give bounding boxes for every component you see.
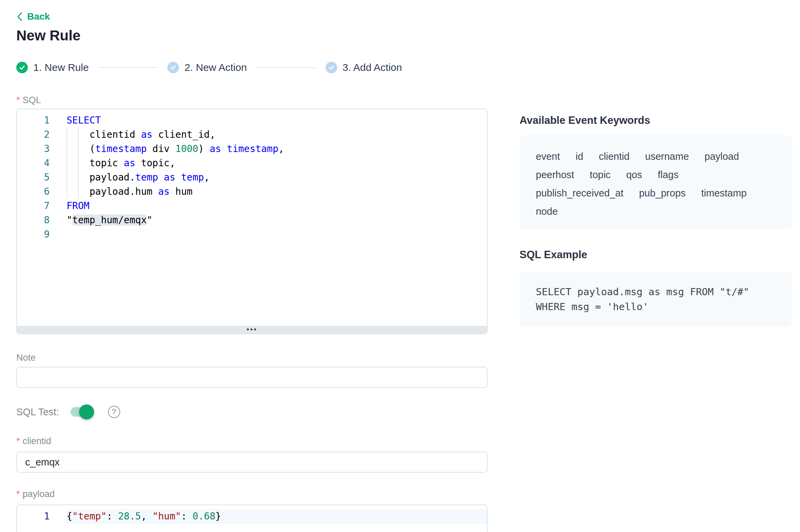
toggle-knob (79, 404, 94, 419)
keyword-item: qos (626, 169, 642, 180)
back-button[interactable]: Back (16, 10, 50, 23)
code-line: 7FROM (17, 199, 487, 213)
editor-resize-handle[interactable]: ••• (16, 327, 488, 334)
line-number: 2 (17, 128, 50, 142)
code-line-content: payload.temp as temp, (67, 170, 487, 185)
keyword-item: topic (590, 169, 611, 180)
step-item-new-action[interactable]: 2. New Action (167, 62, 247, 73)
step-label: 2. New Action (184, 62, 247, 73)
keyword-item: node (536, 206, 558, 217)
line-number: 6 (17, 185, 50, 199)
drag-dots-icon: ••• (247, 326, 257, 333)
check-circle-icon (16, 62, 28, 73)
keyword-row: eventidclientidusernamepayload (536, 151, 776, 162)
sql-example-line: WHERE msg = 'hello' (536, 299, 776, 314)
line-number: 1 (17, 113, 50, 128)
keyword-item: clientid (599, 151, 630, 162)
keyword-item: pub_props (639, 187, 686, 199)
sql-test-label: SQL Test: (16, 406, 59, 418)
keyword-item: flags (658, 169, 678, 180)
line-number: 3 (17, 142, 50, 156)
code-line-content (67, 227, 487, 242)
help-icon[interactable]: ? (108, 406, 120, 418)
form-column: Back New Rule 1. New Rule 2. New Action (16, 10, 488, 532)
line-number: 7 (17, 199, 50, 213)
sql-field-label: *SQL (16, 94, 488, 106)
line-number: 8 (17, 213, 50, 227)
step-connector (98, 67, 158, 68)
line-number: 5 (17, 170, 50, 185)
steps-bar: 1. New Rule 2. New Action 3. Add Action (16, 62, 488, 73)
indent-guide (78, 128, 79, 199)
indent-guide (67, 128, 67, 199)
keyword-item: id (576, 151, 583, 162)
sql-test-row: SQL Test: ? (16, 404, 488, 420)
keyword-item: event (536, 151, 560, 162)
note-input[interactable] (16, 367, 488, 388)
required-mark: * (16, 436, 20, 446)
step-connector (256, 67, 316, 68)
line-number: 9 (17, 227, 50, 242)
keyword-row: publish_received_atpub_propstimestamp (536, 187, 776, 199)
keyword-row: node (536, 206, 776, 217)
sql-example-line: SELECT payload.msg as msg FROM "t/#" (536, 284, 776, 299)
code-line: 6 payload.hum as hum (17, 185, 487, 199)
code-line-content: topic as topic, (67, 156, 487, 170)
new-rule-page: Back New Rule 1. New Rule 2. New Action (0, 0, 800, 532)
code-line: 5 payload.temp as temp, (17, 170, 487, 185)
keyword-item: payload (705, 151, 739, 162)
keyword-item: timestamp (701, 187, 747, 199)
code-line: 4 topic as topic, (17, 156, 487, 170)
code-line-content: "temp_hum/emqx" (67, 213, 487, 227)
code-line-content: (timestamp div 1000) as timestamp, (67, 142, 487, 156)
code-line-content: FROM (67, 199, 487, 213)
chevron-left-icon (16, 12, 23, 22)
line-number: 4 (17, 156, 50, 170)
code-line: 8"temp_hum/emqx" (17, 213, 487, 227)
code-line-content: SELECT (67, 113, 487, 128)
sql-example-title: SQL Example (520, 248, 792, 261)
code-line-content: {"temp": 28.5, "hum": 0.68} (67, 509, 487, 524)
note-field-label: Note (16, 352, 488, 363)
keywords-title: Available Event Keywords (520, 114, 792, 127)
step-item-add-action[interactable]: 3. Add Action (326, 62, 402, 73)
check-circle-icon (326, 62, 337, 73)
required-mark: * (16, 95, 20, 105)
code-line: 3 (timestamp div 1000) as timestamp, (17, 142, 487, 156)
clientid-field-label: *clientid (16, 435, 488, 447)
check-circle-icon (167, 62, 179, 73)
keywords-panel: eventidclientidusernamepayloadpeerhostto… (520, 135, 792, 229)
clientid-input[interactable] (16, 452, 488, 473)
keyword-item: peerhost (536, 169, 574, 180)
info-column: Available Event Keywords eventidclientid… (520, 114, 792, 327)
keyword-item: publish_received_at (536, 187, 623, 199)
step-label: 3. Add Action (343, 62, 402, 73)
code-line-content: payload.hum as hum (67, 185, 487, 199)
step-label: 1. New Rule (33, 62, 89, 73)
page-title: New Rule (16, 27, 488, 44)
sql-example-block: SELECT payload.msg as msg FROM "t/#"WHER… (520, 271, 792, 327)
keyword-row: peerhosttopicqosflags (536, 169, 776, 180)
code-line: 2 clientid as client_id, (17, 128, 487, 142)
code-line: 1SELECT (17, 113, 487, 128)
line-number: 1 (17, 509, 50, 524)
keyword-item: username (645, 151, 689, 162)
back-label: Back (27, 11, 50, 22)
code-line: 1{"temp": 28.5, "hum": 0.68} (17, 509, 487, 524)
payload-editor[interactable]: 1{"temp": 28.5, "hum": 0.68} (16, 505, 488, 532)
code-line: 9 (17, 227, 487, 242)
sql-test-toggle[interactable] (71, 407, 93, 417)
step-item-new-rule[interactable]: 1. New Rule (16, 62, 89, 73)
required-mark: * (16, 489, 20, 499)
code-line-content: clientid as client_id, (67, 128, 487, 142)
sql-editor[interactable]: 1SELECT2 clientid as client_id,3 (timest… (16, 109, 488, 327)
payload-field-label: *payload (16, 488, 488, 500)
